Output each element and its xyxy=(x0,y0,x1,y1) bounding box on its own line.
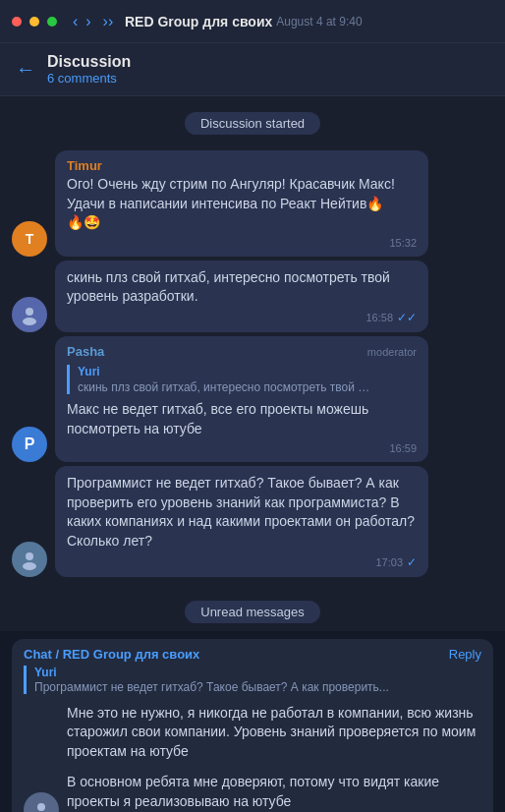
channel-name: RED Group для своих xyxy=(125,14,272,29)
message-bubble[interactable]: Программист не ведет гитхаб? Такое бывае… xyxy=(55,466,428,576)
message-text: Макс не ведет гитхаб, все его проекты мо… xyxy=(67,400,417,438)
sender-name: Timur xyxy=(67,158,417,173)
avatar: T xyxy=(12,221,47,257)
reply-message-text: Мне это не нужно, я никогда не работал в… xyxy=(67,704,481,762)
nav-back-icon[interactable]: ‹ xyxy=(69,13,82,30)
reply-button[interactable]: Reply xyxy=(449,647,481,662)
channel-time: August 4 at 9:40 xyxy=(276,15,362,29)
reply-channel: Chat / RED Group для своих xyxy=(24,647,199,662)
reply-card[interactable]: Chat / RED Group для своих Reply Yuri Пр… xyxy=(12,639,493,812)
table-row: T Timur Ого! Очень жду стрим по Ангуляр!… xyxy=(12,150,493,257)
unread-messages-section: Chat / RED Group для своих Reply Yuri Пр… xyxy=(0,631,505,812)
reply-message-text-2: В основном ребята мне доверяют, потому ч… xyxy=(67,773,481,811)
avatar xyxy=(12,297,47,332)
message-text: Программист не ведет гитхаб? Такое бывае… xyxy=(67,474,417,551)
minimize-control[interactable] xyxy=(29,17,39,27)
quote-block: Yuri скинь плз свой гитхаб, интересно по… xyxy=(67,365,417,394)
top-bar: ‹ › ›› RED Group для своих August 4 at 9… xyxy=(0,0,505,43)
avatar: P xyxy=(12,427,47,462)
header-subtitle: 6 comments xyxy=(47,71,131,86)
unread-label: Unread messages xyxy=(185,601,320,623)
header-title: Discussion xyxy=(47,53,131,71)
reply-message-area: Мне это не нужно, я никогда не работал в… xyxy=(12,700,493,812)
avatar xyxy=(12,542,47,577)
read-check-icon: ✓✓ xyxy=(397,311,417,324)
message-bubble[interactable]: Pasha moderator Yuri скинь плз свой гитх… xyxy=(55,336,428,462)
svg-point-2 xyxy=(26,552,33,560)
avatar xyxy=(24,792,59,813)
moderator-badge: moderator xyxy=(367,346,417,358)
messages-area: T Timur Ого! Очень жду стрим по Ангуляр!… xyxy=(0,143,505,589)
sender-name: Pasha xyxy=(67,344,104,359)
svg-point-3 xyxy=(23,562,36,570)
table-row: скинь плз свой гитхаб, интересно посмотр… xyxy=(12,261,493,332)
close-control[interactable] xyxy=(12,17,22,27)
table-row: P Pasha moderator Yuri скинь плз свой ги… xyxy=(12,336,493,462)
reply-content: Мне это не нужно, я никогда не работал в… xyxy=(67,704,481,812)
read-check-icon: ✓ xyxy=(407,555,417,569)
back-button[interactable]: ← xyxy=(16,58,35,81)
discussion-started-banner: Discussion started xyxy=(0,112,505,135)
svg-point-4 xyxy=(37,803,45,811)
svg-point-0 xyxy=(26,308,33,316)
svg-point-1 xyxy=(23,318,36,325)
reply-quote-block: Yuri Программист не ведет гитхаб? Такое … xyxy=(24,666,481,694)
reply-header: Chat / RED Group для своих Reply xyxy=(12,639,493,666)
nav-skip-icon[interactable]: ›› xyxy=(99,13,118,30)
message-emoji: 🔥🤩 xyxy=(67,213,417,233)
message-bubble[interactable]: Timur Ого! Очень жду стрим по Ангуляр! К… xyxy=(55,150,428,257)
header-info: Discussion 6 comments xyxy=(47,53,131,86)
reply-quote-text: Программист не ведет гитхаб? Такое бывае… xyxy=(34,680,481,694)
quote-text: скинь плз свой гитхаб, интересно посмотр… xyxy=(78,380,372,394)
message-text: Ого! Очень жду стрим по Ангуляр! Красавч… xyxy=(67,175,417,213)
message-bubble[interactable]: скинь плз свой гитхаб, интересно посмотр… xyxy=(55,261,428,332)
unread-divider: Unread messages xyxy=(0,601,505,623)
discussion-started-label: Discussion started xyxy=(185,112,320,135)
message-text: скинь плз свой гитхаб, интересно посмотр… xyxy=(67,268,417,307)
discussion-header: ← Discussion 6 comments xyxy=(0,43,505,96)
maximize-control[interactable] xyxy=(47,17,57,27)
message-time: 17:03 ✓ xyxy=(67,555,417,569)
nav-forward-icon[interactable]: › xyxy=(82,13,94,30)
message-time: 16:58 ✓✓ xyxy=(67,311,417,324)
reply-quote-author: Yuri xyxy=(34,666,481,679)
message-time: 16:59 xyxy=(67,442,417,454)
table-row: Программист не ведет гитхаб? Такое бывае… xyxy=(12,466,493,576)
quote-author: Yuri xyxy=(78,365,417,378)
window-controls xyxy=(12,17,57,27)
message-time: 15:32 xyxy=(67,237,417,249)
